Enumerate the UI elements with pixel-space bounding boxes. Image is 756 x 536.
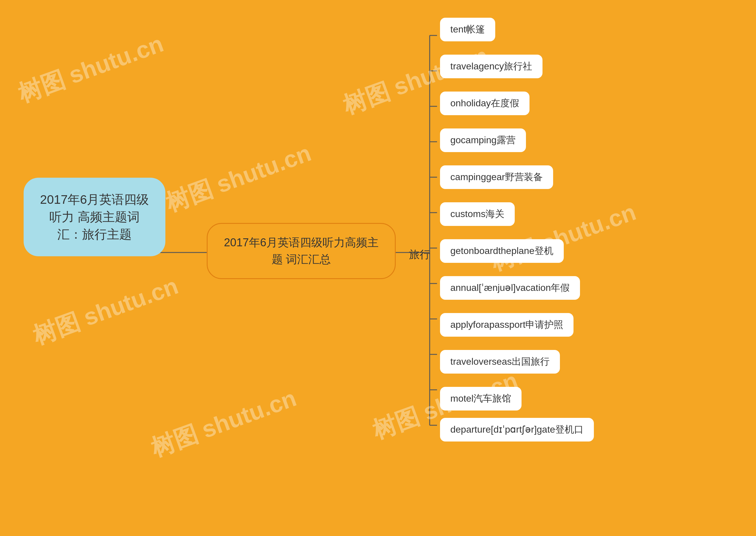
main-node-text: 2017年6月英语四级听力高频主题 词汇汇总: [224, 236, 378, 265]
leaf-campinggear: campinggear野营装备: [440, 165, 553, 189]
leaf-applyfor: applyforapassport申请护照: [440, 313, 574, 337]
leaf-annual: annual[ˈænjuəl]vacation年假: [440, 276, 580, 300]
main-node: 2017年6月英语四级听力高频主题 词汇汇总: [207, 223, 396, 279]
watermark-1: 树图 shutu.cn: [14, 28, 168, 110]
root-node-text: 2017年6月英语四级听力 高频主题词汇：旅行主题: [40, 192, 149, 241]
watermark-2: 树图 shutu.cn: [162, 137, 315, 219]
leaf-departure: departure[dɪˈpɑrtʃər]gate登机口: [440, 418, 594, 442]
leaf-onholiday: onholiday在度假: [440, 91, 530, 115]
watermark-3: 树图 shutu.cn: [29, 270, 182, 352]
leaf-tent: tent帐篷: [440, 18, 495, 41]
branch-label: 旅行: [409, 248, 430, 262]
leaf-gocamping: gocamping露营: [440, 128, 526, 152]
leaf-customs: customs海关: [440, 202, 515, 226]
root-node: 2017年6月英语四级听力 高频主题词汇：旅行主题: [24, 178, 165, 256]
leaf-travelagency: travelagency旅行社: [440, 55, 542, 78]
leaf-getonboard: getonboardtheplane登机: [440, 239, 564, 263]
watermark-4: 树图 shutu.cn: [147, 383, 301, 464]
leaf-traveloverseas: traveloverseas出国旅行: [440, 350, 560, 374]
leaf-motel: motel汽车旅馆: [440, 387, 521, 411]
